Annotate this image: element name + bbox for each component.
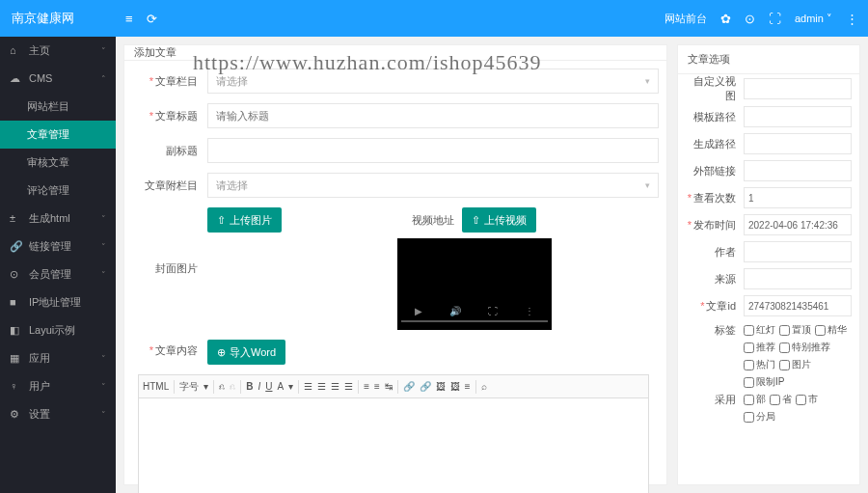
select-attach[interactable]: 请选择▾ <box>207 173 659 198</box>
tags-group: 红灯置顶精华推荐特别推荐热门图片限制IP <box>744 323 852 389</box>
logo: 南京健康网 <box>0 0 116 37</box>
input-template-path[interactable] <box>744 106 852 127</box>
checkbox-tags[interactable]: 限制IP <box>744 375 784 389</box>
fullscreen-icon[interactable]: ⛶ <box>769 12 781 26</box>
checkbox-tags[interactable]: 精华 <box>815 323 847 337</box>
lbl-subtitle: 副标题 <box>124 144 207 158</box>
content: 添加文章 文章栏目请选择▾ 文章标题 副标题 文章附栏目请选择▾ 封面图片 ⇧ … <box>116 37 868 493</box>
site-link[interactable]: 网站前台 <box>665 12 707 26</box>
nav-item[interactable]: ⚙设置˅ <box>0 400 116 428</box>
checkbox-adopt[interactable]: 省 <box>770 393 792 406</box>
video-preview[interactable]: ▶🔊⛶⋮ <box>397 238 552 330</box>
nav-subitem[interactable]: 评论管理 <box>0 177 116 205</box>
play-icon[interactable]: ▶ <box>415 306 422 316</box>
input-external-link[interactable] <box>744 160 852 181</box>
lbl-title: 文章标题 <box>124 109 207 123</box>
lbl-tags: 标签 <box>686 323 744 338</box>
right-panel: 文章选项 自定义视图 模板路径 生成路径 外部链接 查看次数 发布时间 作者 来… <box>677 44 860 485</box>
lbl-template-path: 模板路径 <box>686 110 744 124</box>
input-title[interactable] <box>207 103 659 128</box>
checkbox-tags[interactable]: 置顶 <box>779 323 811 337</box>
input-views[interactable] <box>744 187 852 208</box>
input-gen-path[interactable] <box>744 133 852 154</box>
nav-item[interactable]: ■IP地址管理 <box>0 288 116 316</box>
fullscreen-video-icon[interactable]: ⛶ <box>488 306 498 316</box>
checkbox-tags[interactable]: 热门 <box>744 358 775 371</box>
user-menu[interactable]: admin ˅ <box>795 13 832 25</box>
input-source[interactable] <box>744 268 852 289</box>
tool-icon-1[interactable]: ✿ <box>720 12 731 26</box>
nav-subitem[interactable]: 审核文章 <box>0 149 116 177</box>
import-word-button[interactable]: ⊕ 导入Word <box>207 340 285 365</box>
nav-item[interactable]: ⌂主页˅ <box>0 37 116 65</box>
checkbox-adopt[interactable]: 部 <box>744 393 766 406</box>
tool-icon-2[interactable]: ⊙ <box>745 12 755 26</box>
nav-item[interactable]: ◧Layui示例 <box>0 316 116 344</box>
lbl-cover: 封面图片 <box>124 261 207 276</box>
lbl-article-id: 文章id <box>686 299 744 314</box>
lbl-attach: 文章附栏目 <box>124 178 207 193</box>
lbl-video: 视频地址 <box>412 213 454 228</box>
editor-toolbar[interactable]: HTML 字号▾ ⎌⎌ BIUA▾ ☰☰☰☰ ≡≡↹ 🔗🔗🖼🖼≡ ⌕ <box>139 375 648 398</box>
nav-item[interactable]: 🔗链接管理˅ <box>0 233 116 260</box>
checkbox-tags[interactable]: 红灯 <box>744 323 775 337</box>
input-article-id[interactable] <box>744 295 852 316</box>
checkbox-tags[interactable]: 图片 <box>779 358 811 371</box>
checkbox-adopt[interactable]: 市 <box>796 393 818 406</box>
lbl-views: 查看次数 <box>686 191 744 205</box>
lbl-content: 文章内容 <box>124 340 207 358</box>
lbl-gen-path: 生成路径 <box>686 137 744 151</box>
checkbox-tags[interactable]: 特别推荐 <box>779 341 830 354</box>
editor-body[interactable] <box>139 398 648 493</box>
input-custom-view[interactable] <box>744 78 852 99</box>
input-pubtime[interactable] <box>744 214 852 235</box>
refresh-icon[interactable]: ⟳ <box>147 12 157 26</box>
checkbox-tags[interactable]: 推荐 <box>744 341 775 354</box>
nav-item[interactable]: ⊙会员管理˅ <box>0 260 116 288</box>
lbl-column: 文章栏目 <box>124 74 207 89</box>
nav-menu: ⌂主页˅☁CMS˄网站栏目文章管理审核文章评论管理±生成html˅🔗链接管理˅⊙… <box>0 37 116 493</box>
lbl-custom-view: 自定义视图 <box>686 74 744 103</box>
main: ≡ ⟳ 网站前台 ✿ ⊙ ⛶ admin ˅ ⋮ 添加文章 文章栏目请选择▾ 文… <box>116 0 868 493</box>
nav-item[interactable]: ♀用户˅ <box>0 372 116 400</box>
upload-cover-button[interactable]: ⇧ 上传图片 <box>207 207 282 233</box>
lbl-source: 来源 <box>686 272 744 287</box>
rich-editor: HTML 字号▾ ⎌⎌ BIUA▾ ☰☰☰☰ ≡≡↹ 🔗🔗🖼🖼≡ ⌕ <box>138 374 649 493</box>
lbl-adopt: 采用 <box>686 393 744 407</box>
nav-item[interactable]: ±生成html˅ <box>0 205 116 233</box>
select-column[interactable]: 请选择▾ <box>207 68 659 94</box>
left-panel: 添加文章 文章栏目请选择▾ 文章标题 副标题 文章附栏目请选择▾ 封面图片 ⇧ … <box>123 44 667 485</box>
topbar: ≡ ⟳ 网站前台 ✿ ⊙ ⛶ admin ˅ ⋮ <box>116 0 868 37</box>
lbl-external-link: 外部链接 <box>686 164 744 178</box>
input-subtitle[interactable] <box>207 138 659 163</box>
menu-toggle-icon[interactable]: ≡ <box>125 12 133 26</box>
right-panel-title: 文章选项 <box>678 45 859 74</box>
nav-subitem[interactable]: 网站栏目 <box>0 93 116 121</box>
adopt-group: 部省市分局 <box>744 393 852 424</box>
nav-item[interactable]: ▦应用˅ <box>0 344 116 372</box>
more-video-icon[interactable]: ⋮ <box>525 306 534 316</box>
checkbox-adopt[interactable]: 分局 <box>744 410 775 424</box>
more-icon[interactable]: ⋮ <box>846 12 858 26</box>
app-root: 南京健康网 ⌂主页˅☁CMS˄网站栏目文章管理审核文章评论管理±生成html˅🔗… <box>0 0 868 493</box>
lbl-pubtime: 发布时间 <box>686 218 744 233</box>
upload-video-button[interactable]: ⇧ 上传视频 <box>462 207 536 233</box>
nav-subitem[interactable]: 文章管理 <box>0 121 116 149</box>
volume-icon[interactable]: 🔊 <box>449 306 461 316</box>
left-panel-title: 添加文章 <box>124 45 666 61</box>
sidebar: 南京健康网 ⌂主页˅☁CMS˄网站栏目文章管理审核文章评论管理±生成html˅🔗… <box>0 0 116 493</box>
lbl-author: 作者 <box>686 245 744 260</box>
nav-item[interactable]: ☁CMS˄ <box>0 65 116 93</box>
input-author[interactable] <box>744 241 852 262</box>
